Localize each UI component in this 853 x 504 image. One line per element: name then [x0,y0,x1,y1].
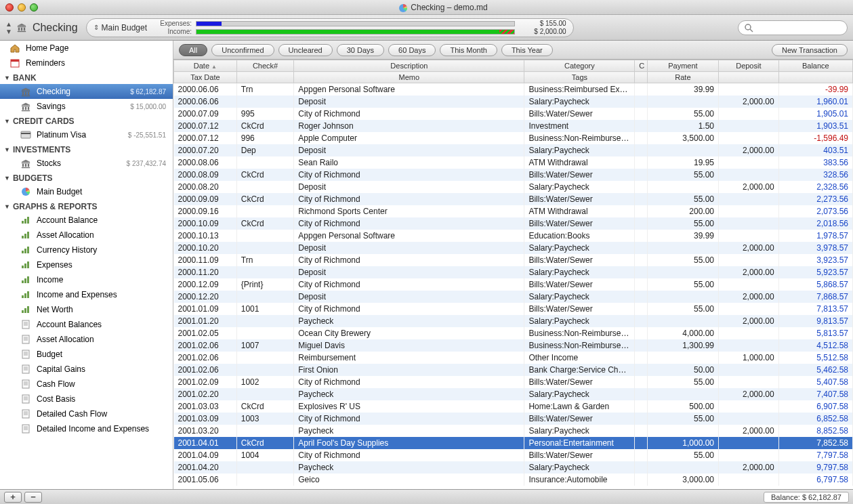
add-button[interactable]: + [4,492,22,503]
sidebar-item-budget[interactable]: Budget [0,347,173,362]
table-row[interactable]: 2001.03.03CkCrdExplosives R' USHome:Lawn… [174,400,853,413]
cell: 1,903.51 [778,120,852,132]
subcol-blank[interactable] [778,72,852,83]
subcol-blank[interactable] [635,72,648,83]
filter-60-days[interactable]: 60 Days [388,44,436,56]
col-date[interactable]: Date ▲ [174,60,237,72]
table-row[interactable]: 2000.12.20DepositSalary:Paycheck2,000.00… [174,291,853,303]
table-row[interactable]: 2001.03.20PaycheckSalary:Paycheck2,000.0… [174,425,853,437]
table-row[interactable]: 2001.02.05Ocean City BreweryBusiness:Non… [174,327,853,339]
cell: First Onion [294,364,524,376]
close-button[interactable] [5,3,14,12]
sidebar-header-credit-cards[interactable]: ▼CREDIT CARDS [0,114,173,127]
table-row[interactable]: 2000.07.20DepDepositSalary:Paycheck2,000… [174,144,853,156]
budget-summary[interactable]: ⇕Main Budget Expenses: $ 155.00 Income: … [86,18,574,37]
minimize-button[interactable] [18,3,26,12]
col-description[interactable]: Description [294,60,524,72]
filter-30-days[interactable]: 30 Days [337,44,384,56]
subcol-tax-date[interactable]: Tax Date [174,72,237,83]
zoom-button[interactable] [30,3,38,12]
sidebar-item-cash-flow[interactable]: Cash Flow [0,377,173,392]
filter-all[interactable]: All [179,44,207,56]
col-c[interactable]: C [635,60,648,72]
table-row[interactable]: 2000.08.20DepositSalary:Paycheck2,000.00… [174,181,853,193]
filter-this-month[interactable]: This Month [440,44,497,56]
sidebar-item-platinum-visa[interactable]: Platinum Visa$ -25,551.51 [0,127,173,142]
sidebar-item-savings[interactable]: Savings$ 15,000.00 [0,99,173,114]
table-row[interactable]: 2000.10.09CkCrdCity of RichmondBills:Wat… [174,217,853,230]
col-payment[interactable]: Payment [647,60,718,72]
table-row[interactable]: 2001.04.091004City of RichmondBills:Wate… [174,449,853,461]
sidebar-item-income[interactable]: Income [0,272,173,287]
col-category[interactable]: Category [524,60,635,72]
sidebar-item-account-balances[interactable]: Account Balances [0,317,173,332]
sidebar-item-reminders[interactable]: Reminders [0,56,173,70]
filter-uncleared[interactable]: Uncleared [278,44,333,56]
sidebar-item-asset-allocation[interactable]: Asset Allocation [0,332,173,347]
col-balance[interactable]: Balance [778,60,852,72]
sidebar-header-budgets[interactable]: ▼BUDGETS [0,171,173,184]
search-input[interactable] [757,24,841,32]
filter-this-year[interactable]: This Year [501,44,553,56]
table-row[interactable]: 2000.07.12996Apple ComputerBusiness:Non-… [174,132,853,144]
table-row[interactable]: 2000.10.20DepositSalary:Paycheck2,000.00… [174,242,853,254]
table-row[interactable]: 2000.12.09{Print}City of RichmondBills:W… [174,278,853,291]
updown-icon: ⇕ [93,24,99,31]
sidebar-item-net-worth[interactable]: Net Worth [0,302,173,317]
table-row[interactable]: 2000.07.09995City of RichmondBills:Water… [174,108,853,120]
sidebar-item-stocks[interactable]: Stocks$ 237,432.74 [0,156,173,171]
table-row[interactable]: 2001.04.20PaycheckSalary:Paycheck2,000.0… [174,461,853,474]
table-row[interactable]: 2000.11.20DepositSalary:Paycheck2,000.00… [174,266,853,278]
budget-name: Main Budget [102,23,147,33]
table-row[interactable]: 2001.02.06First OnionBank Charge:Service… [174,364,853,376]
table-row[interactable]: 2001.03.091003City of RichmondBills:Wate… [174,413,853,425]
subcol-memo[interactable]: Memo [294,72,524,83]
table-row[interactable]: 2000.11.09TrnCity of RichmondBills:Water… [174,254,853,266]
table-row[interactable]: 2001.01.091001City of RichmondBills:Wate… [174,303,853,315]
sidebar-item-home-page[interactable]: Home Page [0,41,173,56]
table-row[interactable]: 2001.02.20PaycheckSalary:Paycheck2,000.0… [174,388,853,400]
sidebar-header-bank[interactable]: ▼BANK [0,70,173,84]
sidebar-item-expenses[interactable]: Expenses [0,257,173,272]
table-row[interactable]: 2000.09.09CkCrdCity of RichmondBills:Wat… [174,193,853,205]
subcol-tags[interactable]: Tags [524,72,635,83]
sidebar-item-income-and-expenses[interactable]: Income and Expenses [0,287,173,302]
sidebar-item-amount: $ 237,432.74 [127,160,166,167]
sidebar-item-detailed-income-and-expenses[interactable]: Detailed Income and Expenses [0,421,173,436]
table-row[interactable]: 2001.01.20PaycheckSalary:Paycheck2,000.0… [174,315,853,327]
col-deposit[interactable]: Deposit [719,60,779,72]
table-row[interactable]: 2000.10.13Appgen Personal SoftwareEducat… [174,230,853,242]
search-field[interactable] [738,20,848,35]
table-row[interactable]: 2001.02.091002City of RichmondBills:Wate… [174,376,853,388]
sidebar-item-capital-gains[interactable]: Capital Gains [0,362,173,377]
sidebar-item-checking[interactable]: Checking$ 62,182.87 [0,84,173,99]
sidebar-item-account-balance[interactable]: Account Balance [0,213,173,228]
sidebar-item-main-budget[interactable]: Main Budget [0,184,173,199]
subcol-rate[interactable]: Rate [647,72,718,83]
sidebar-item-asset-allocation[interactable]: Asset Allocation [0,228,173,243]
table-row[interactable]: 2001.05.06GeicoInsurance:Automobile3,000… [174,474,853,486]
account-selector[interactable]: ▲▼ Checking [5,20,78,35]
table-row[interactable]: 2000.09.16Richmond Sports CenterATM With… [174,205,853,217]
transaction-table-wrap[interactable]: Date ▲Check#DescriptionCategoryCPaymentD… [173,60,853,489]
filter-unconfirmed[interactable]: Unconfirmed [211,44,274,56]
sidebar-item-detailed-cash-flow[interactable]: Detailed Cash Flow [0,406,173,421]
table-row[interactable]: 2000.06.06TrnAppgen Personal SoftwareBus… [174,83,853,96]
table-row[interactable]: 2000.07.12CkCrdRoger JohnsonInvestment1.… [174,120,853,132]
remove-button[interactable]: − [24,492,42,503]
col-check-[interactable]: Check# [236,60,294,72]
subcol-blank[interactable] [719,72,779,83]
table-row[interactable]: 2000.08.06Sean RailoATM Withdrawal19.953… [174,156,853,169]
table-row[interactable]: 2000.06.06DepositSalary:Paycheck2,000.00… [174,96,853,108]
table-row[interactable]: 2001.04.01CkCrdApril Fool's Day Supplies… [174,437,853,449]
sidebar-item-currency-history[interactable]: Currency History [0,243,173,257]
table-row[interactable]: 2001.02.06ReimbursementOther Income1,000… [174,352,853,364]
sidebar-item-label: Net Worth [37,305,73,314]
sidebar-header-graphs-reports[interactable]: ▼GRAPHS & REPORTS [0,199,173,213]
table-row[interactable]: 2001.02.061007Miguel DavisBusiness:Non-R… [174,339,853,352]
table-row[interactable]: 2000.08.09CkCrdCity of RichmondBills:Wat… [174,169,853,181]
sidebar-item-cost-basis[interactable]: Cost Basis [0,392,173,406]
new-transaction-button[interactable]: New Transaction [772,44,848,56]
subcol-blank[interactable] [236,72,294,83]
sidebar-header-investments[interactable]: ▼INVESTMENTS [0,142,173,156]
